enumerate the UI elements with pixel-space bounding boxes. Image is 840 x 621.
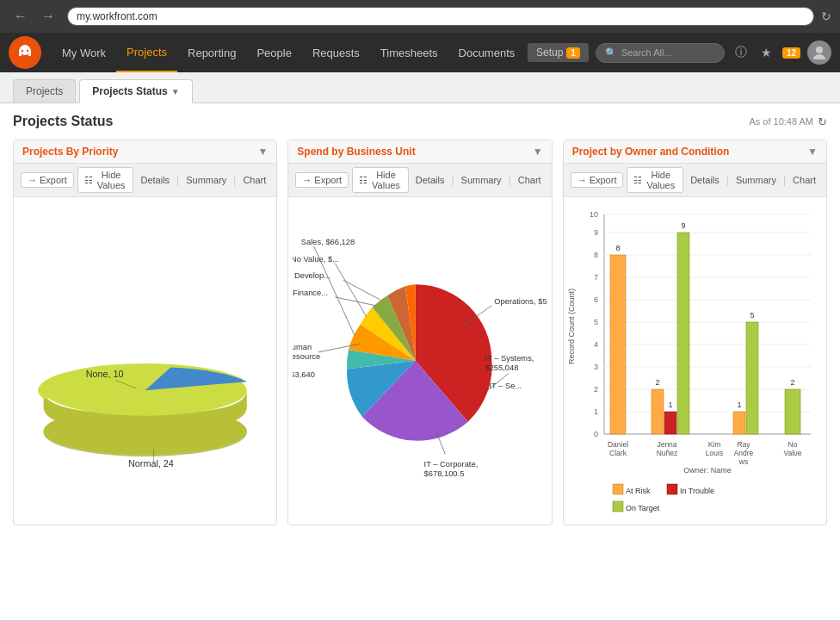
chart-priority-body: None, 10 Normal, 24 [14, 197, 276, 490]
search-bar[interactable]: 🔍 Search All... [596, 43, 725, 63]
y-label-3: 3 [594, 363, 598, 371]
priority-export-button[interactable]: → Export [21, 172, 74, 188]
tab-projects-status[interactable]: Projects Status ▼ [79, 79, 192, 103]
avatar[interactable] [807, 40, 831, 65]
priority-label-none: None, 10 [86, 369, 124, 379]
browser-chrome: ← → my.workfront.com ↻ [0, 0, 840, 33]
spend-export-button[interactable]: → Export [295, 172, 349, 188]
chart-spend-menu[interactable]: ▼ [533, 146, 543, 158]
bar-novalue-on-target [785, 389, 800, 434]
bar-ray-on-target [746, 322, 758, 434]
spend-details-link[interactable]: Details [412, 173, 448, 187]
chart-spend-body: Operations, $55,608 IT – Systems, $255,0… [288, 197, 551, 499]
tab-projects-status-label: Projects Status [92, 85, 167, 97]
help-button[interactable]: ⓘ [732, 41, 750, 64]
refresh-button[interactable]: ↻ [818, 115, 827, 128]
tab-dropdown-button[interactable]: ▼ [171, 87, 180, 96]
spend-export-icon: → [302, 175, 312, 185]
nav-documents[interactable]: Documents [448, 33, 526, 72]
chart-spend-business: Spend by Business Unit ▼ → Export ☷ Hide… [287, 140, 552, 525]
label-operations: Operations, $55,608 [495, 297, 547, 306]
y-label-8: 8 [594, 251, 598, 259]
spend-hide-button[interactable]: ☷ Hide Values [352, 167, 409, 193]
priority-pie-svg: None, 10 Normal, 24 [18, 202, 272, 486]
bar-val-jenna-risk: 2 [656, 378, 660, 387]
sep3: | [451, 174, 454, 186]
bar-ray-at-risk [733, 412, 745, 434]
nav-timesheets[interactable]: Timesheets [370, 33, 448, 72]
svg-point-2 [816, 47, 823, 53]
timestamp-area: As of 10:48 AM ↻ [749, 115, 827, 128]
nav-requests[interactable]: Requests [302, 33, 370, 72]
nav-my-work[interactable]: My Work [52, 33, 116, 72]
priority-hide-button[interactable]: ☷ Hide Values [77, 167, 134, 193]
nav-projects[interactable]: Projects [116, 33, 177, 72]
nav-reporting[interactable]: Reporting [177, 33, 246, 72]
tab-projects[interactable]: Projects [13, 79, 76, 102]
priority-summary-link[interactable]: Summary [182, 173, 230, 187]
legend-in-trouble-label: In Trouble [680, 487, 714, 495]
label-it-se: IT – Se... [490, 382, 522, 390]
priority-chart-link[interactable]: Chart [239, 173, 269, 187]
chart-spend-header: Spend by Business Unit ▼ [288, 140, 551, 164]
chart-spend-toolbar: → Export ☷ Hide Values Details | Summary… [288, 164, 551, 197]
spend-chart-link[interactable]: Chart [515, 173, 545, 187]
owner-bar-svg: 0 1 2 3 4 5 6 7 8 9 10 [565, 202, 824, 520]
owner-hide-button[interactable]: ☷ Hide Values [627, 167, 683, 193]
tabs-area: Projects Projects Status ▼ [0, 72, 840, 103]
y-label-2: 2 [594, 385, 598, 394]
logo-icon [15, 42, 35, 63]
sep4: | [509, 174, 511, 186]
y-label-4: 4 [594, 340, 598, 349]
bar-jenna-on-target [677, 233, 689, 434]
setup-button[interactable]: Setup 1 [528, 43, 589, 62]
back-button[interactable]: ← [9, 7, 33, 26]
chart-owner-body: 0 1 2 3 4 5 6 7 8 9 10 [564, 197, 826, 525]
search-icon: 🔍 [605, 47, 617, 59]
address-bar[interactable]: my.workfront.com [67, 7, 814, 26]
bar-val-jenna-target: 9 [682, 221, 686, 230]
sep6: | [783, 174, 786, 186]
notification-badge[interactable]: 12 [782, 47, 800, 59]
reload-button[interactable]: ↻ [821, 9, 831, 23]
label-no-value: No Value, $... [293, 255, 339, 264]
favorites-button[interactable]: ★ [757, 42, 775, 63]
owner-chart-link[interactable]: Chart [789, 173, 819, 187]
x-label-no: No [788, 440, 798, 449]
label-it-systems: IT – Systems, [485, 354, 534, 363]
main-content: Projects Status As of 10:48 AM ↻ Project… [0, 103, 840, 620]
logo[interactable] [9, 36, 41, 69]
chart-owner-menu[interactable]: ▼ [807, 146, 818, 158]
chart-priority-menu[interactable]: ▼ [257, 146, 268, 158]
search-placeholder: Search All... [621, 47, 672, 58]
legend-on-target-box [613, 501, 623, 512]
spend-summary-link[interactable]: Summary [458, 173, 505, 187]
x-label-andrews: Andre [734, 449, 754, 457]
chart-projects-priority: Projects By Priority ▼ → Export ☷ Hide V… [13, 140, 277, 525]
label-it-systems2: $255,048 [485, 363, 519, 372]
bar-val-novalue-target: 2 [791, 378, 795, 387]
label-finance: Finance... [293, 289, 328, 297]
legend-at-risk-box [613, 484, 623, 494]
x-label-jenna: Jenna [658, 440, 677, 449]
timestamp-text: As of 10:48 AM [749, 116, 813, 127]
forward-button[interactable]: → [36, 7, 60, 26]
chart-priority-header: Projects By Priority ▼ [14, 140, 276, 164]
x-label-clark: Clark [609, 449, 627, 457]
svg-point-1 [27, 50, 28, 52]
chart-spend-title: Spend by Business Unit [297, 146, 415, 158]
priority-details-link[interactable]: Details [137, 173, 173, 187]
svg-point-0 [22, 50, 23, 52]
chart-owner-header: Project by Owner and Condition ▼ [564, 140, 826, 164]
x-label-ws: ws [738, 457, 748, 466]
owner-export-label: Export [590, 175, 617, 185]
owner-export-button[interactable]: → Export [571, 172, 624, 188]
owner-details-link[interactable]: Details [687, 173, 723, 187]
label-it-corporate: IT – Corporate, [424, 460, 479, 469]
setup-label: Setup [536, 47, 563, 59]
spend-hide-label: Hide Values [370, 170, 402, 190]
x-label-nunez: Nuñez [657, 449, 678, 457]
nav-people[interactable]: People [246, 33, 301, 72]
owner-summary-link[interactable]: Summary [732, 173, 780, 187]
bar-val-ray-risk: 1 [738, 401, 742, 409]
